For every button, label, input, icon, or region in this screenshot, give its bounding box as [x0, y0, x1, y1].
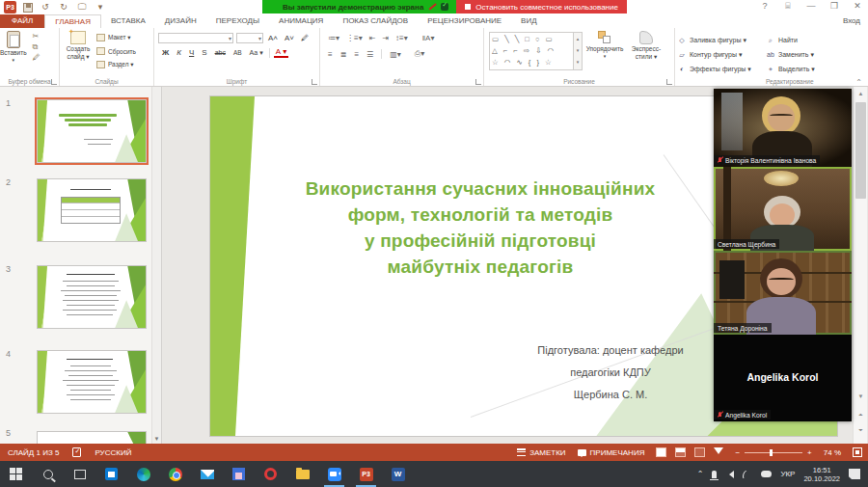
zoom-app-button[interactable]: [318, 461, 350, 487]
taskbar-search-button[interactable]: [32, 461, 64, 487]
strikethrough-button[interactable]: abc: [213, 47, 228, 58]
thumbnail-slide-4[interactable]: 4: [0, 347, 162, 417]
edge-button[interactable]: [127, 461, 159, 487]
participant-video-3[interactable]: Тетяна Дороніна: [714, 251, 852, 335]
previous-slide-icon[interactable]: ⏶: [854, 409, 867, 421]
thumbnail-scroll-down-icon[interactable]: ▼: [152, 436, 161, 442]
tab-slideshow[interactable]: ПОКАЗ СЛАЙДОВ: [333, 14, 418, 28]
increase-font-icon[interactable]: А˄: [266, 33, 280, 43]
notes-button[interactable]: ЗАМЕТКИ: [517, 448, 565, 457]
thumbnail-scrollbar[interactable]: ▼: [151, 87, 161, 444]
paragraph-dialog-launcher[interactable]: [475, 79, 481, 85]
collapse-ribbon-icon[interactable]: ⌃: [855, 78, 862, 87]
fit-slide-icon[interactable]: [853, 447, 862, 457]
language-indicator[interactable]: РУССКИЙ: [95, 448, 131, 457]
save-app-button[interactable]: [223, 461, 255, 487]
tab-insert[interactable]: ВСТАВКА: [101, 14, 155, 28]
text-shadow-button[interactable]: S: [200, 47, 208, 58]
convert-smartart-icon[interactable]: ⎙▾: [415, 49, 424, 59]
line-spacing-icon[interactable]: ↕≡▾: [395, 34, 408, 42]
bold-button[interactable]: Ж: [160, 47, 171, 58]
undo-icon[interactable]: ↺: [40, 2, 51, 13]
italic-button[interactable]: К: [175, 47, 183, 58]
justify-icon[interactable]: ☰: [366, 50, 373, 59]
thumbnail-slide-5[interactable]: 5: [0, 426, 162, 444]
shape-outline-button[interactable]: ▱Контур фигуры ▾: [677, 48, 762, 61]
columns-icon[interactable]: ▥▾: [390, 50, 401, 59]
participant-video-4[interactable]: Angelika Korol Angelika Korol: [714, 335, 852, 421]
font-name-combo[interactable]: [158, 33, 233, 43]
font-size-combo[interactable]: [236, 33, 263, 43]
powerpoint-taskbar-button[interactable]: P3: [350, 461, 382, 487]
file-explorer-button[interactable]: [286, 461, 318, 487]
scroll-up-icon[interactable]: ▲: [854, 88, 867, 100]
mail-button[interactable]: [191, 461, 223, 487]
numbering-icon[interactable]: ⋮≡▾: [346, 34, 363, 42]
next-slide-icon[interactable]: ⏷: [854, 424, 867, 437]
font-color-button[interactable]: А ▾: [274, 47, 289, 58]
align-left-icon[interactable]: ≡: [328, 50, 333, 59]
stop-share-button[interactable]: Остановить совместное использование: [456, 0, 627, 14]
spellcheck-icon[interactable]: [72, 447, 81, 457]
text-direction-icon[interactable]: ‖A▾: [422, 34, 435, 42]
layout-button[interactable]: Макет ▾: [96, 32, 136, 43]
font-dialog-launcher[interactable]: [312, 79, 317, 85]
char-spacing-button[interactable]: АВ: [231, 47, 244, 58]
thumbnail-slide-1[interactable]: 1: [0, 96, 162, 166]
task-view-button[interactable]: [64, 461, 95, 487]
decrease-indent-icon[interactable]: ⇤: [369, 34, 376, 42]
tray-cloud-icon[interactable]: [761, 471, 772, 477]
find-button[interactable]: ⌕Найти: [766, 34, 854, 46]
decrease-font-icon[interactable]: А˅: [283, 33, 296, 43]
arrange-button[interactable]: Упорядочить▾: [583, 28, 627, 70]
ribbon-display-icon[interactable]: ⌸: [781, 1, 795, 12]
qat-customize-icon[interactable]: ▾: [95, 2, 106, 13]
scroll-down-icon[interactable]: ▼: [854, 391, 867, 403]
participant-video-1[interactable]: Вікторія Валентинівна Іванова: [714, 89, 852, 167]
tab-animations[interactable]: АНИМАЦИЯ: [269, 14, 333, 28]
restore-icon[interactable]: ❐: [827, 1, 841, 12]
zoom-slider-thumb[interactable]: [770, 449, 773, 456]
replace-button[interactable]: abЗаменить ▾: [766, 48, 854, 61]
new-slide-button[interactable]: Создать слайд ▾: [60, 28, 96, 70]
minimize-icon[interactable]: —: [804, 1, 818, 12]
save-icon[interactable]: [23, 3, 33, 13]
tab-review[interactable]: РЕЦЕНЗИРОВАНИЕ: [418, 14, 511, 28]
select-button[interactable]: ⌖Выделить ▾: [766, 63, 854, 75]
start-presentation-icon[interactable]: 🖵: [76, 2, 88, 13]
tray-network-icon[interactable]: [743, 471, 752, 478]
bullets-icon[interactable]: ≔▾: [328, 34, 339, 42]
zoom-in-icon[interactable]: +: [807, 448, 812, 457]
change-case-button[interactable]: Аа ▾: [248, 47, 265, 58]
quick-styles-button[interactable]: Экспресс- стили ▾: [627, 28, 665, 70]
help-icon[interactable]: ?: [758, 1, 772, 12]
slideshow-view-icon[interactable]: [714, 447, 723, 454]
keyboard-language[interactable]: УКР: [780, 470, 795, 478]
shape-effects-button[interactable]: ◐Эффекты фигуры ▾: [677, 63, 762, 75]
align-right-icon[interactable]: ≡: [354, 50, 359, 59]
thumbnail-slide-3[interactable]: 3: [0, 262, 162, 332]
hidden-icons-chevron[interactable]: ⌃: [697, 470, 704, 478]
tray-clock[interactable]: 16:51 20.10.2022: [803, 466, 840, 483]
reset-button[interactable]: Сбросить: [96, 45, 136, 57]
underline-button[interactable]: Ч: [187, 47, 196, 58]
chrome-button[interactable]: [159, 461, 191, 487]
clear-formatting-icon[interactable]: 🖉: [299, 33, 311, 43]
drawing-dialog-launcher[interactable]: [666, 79, 672, 85]
scrollbar-thumb[interactable]: [855, 102, 866, 199]
redo-icon[interactable]: ↻: [58, 2, 69, 13]
tray-speaker-icon[interactable]: [725, 471, 734, 478]
tab-home[interactable]: ГЛАВНАЯ: [44, 14, 101, 28]
tab-transitions[interactable]: ПЕРЕХОДЫ: [206, 14, 269, 28]
zoom-out-icon[interactable]: −: [735, 448, 740, 457]
start-button[interactable]: [0, 461, 32, 487]
shape-fill-button[interactable]: ◇Заливка фигуры ▾: [677, 34, 762, 46]
normal-view-icon[interactable]: [656, 447, 666, 457]
slide-title[interactable]: Використання сучасних інноваційних форм,…: [249, 176, 712, 280]
word-taskbar-button[interactable]: W: [382, 461, 414, 487]
section-button[interactable]: Раздел ▾: [96, 59, 136, 70]
thumbnail-slide-2[interactable]: 2: [0, 176, 162, 245]
comments-button[interactable]: ПРИМЕЧАНИЯ: [578, 448, 645, 457]
paste-button[interactable]: Вставить▾: [0, 28, 27, 63]
tab-design[interactable]: ДИЗАЙН: [155, 14, 206, 28]
